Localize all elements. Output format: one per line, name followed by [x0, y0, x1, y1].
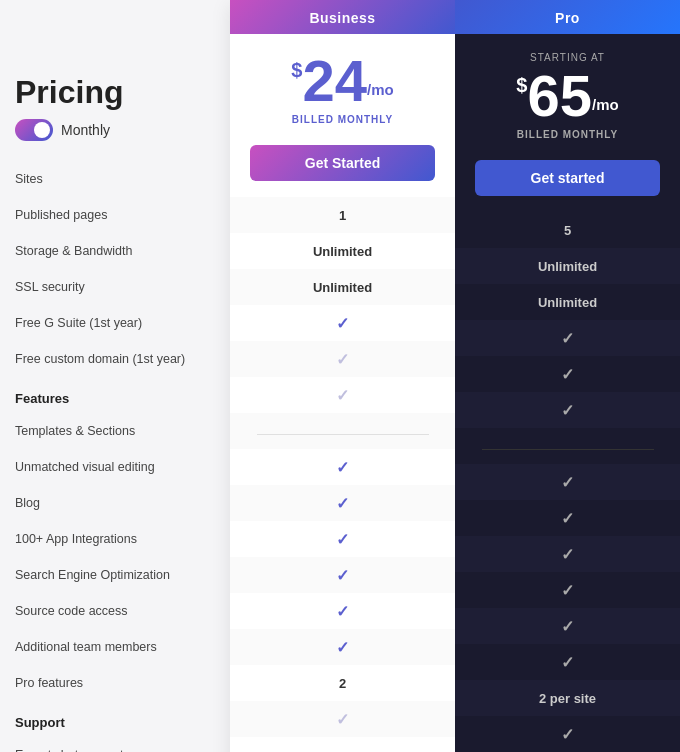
pro-cta-button[interactable]: Get started	[475, 160, 660, 196]
row-label-11: Search Engine Optimization	[0, 557, 230, 593]
business-row-9: ✓	[230, 521, 455, 557]
pro-row-11: ✓	[455, 608, 680, 644]
pro-price-per: /mo	[592, 97, 619, 112]
row-label-12: Source code access	[0, 593, 230, 629]
pro-row-4: ✓	[455, 356, 680, 392]
pro-row-13: 2 per site	[455, 680, 680, 716]
pro-row-7: ✓	[455, 464, 680, 500]
pro-billed: BILLED MONTHLY	[465, 129, 670, 140]
pro-row-9: ✓	[455, 536, 680, 572]
page-title: Pricing	[0, 46, 230, 111]
business-row-10: ✓	[230, 557, 455, 593]
business-row-12: ✓	[230, 629, 455, 665]
business-row-5: ✓	[230, 377, 455, 413]
row-label-7: Templates & Sections	[0, 413, 230, 449]
row-label-13: Additional team members	[0, 629, 230, 665]
pro-price-dollar: $	[516, 75, 527, 95]
row-label-14: Pro features	[0, 665, 230, 701]
business-row-6	[230, 413, 455, 449]
business-row-2: Unlimited	[230, 269, 455, 305]
row-label-3: SSL security	[0, 269, 230, 305]
toggle-label: Monthly	[61, 122, 110, 138]
row-label-0: Sites	[0, 161, 230, 197]
business-price-amount: 24	[302, 52, 367, 110]
business-billed: BILLED MONTHLY	[240, 114, 445, 125]
pro-row-1: Unlimited	[455, 248, 680, 284]
pro-row-8: ✓	[455, 500, 680, 536]
business-price-dollar: $	[291, 60, 302, 80]
business-row-0: 1	[230, 197, 455, 233]
business-row-8: ✓	[230, 485, 455, 521]
row-label-2: Storage & Bandwidth	[0, 233, 230, 269]
business-cta-button[interactable]: Get Started	[250, 145, 435, 181]
pro-starting-at: STARTING AT	[465, 52, 670, 63]
pro-price-amount: 65	[527, 67, 592, 125]
business-row-15	[230, 737, 455, 752]
pro-row-10: ✓	[455, 572, 680, 608]
pro-row-14: ✓	[455, 716, 680, 752]
pro-row-0: 5	[455, 212, 680, 248]
monthly-toggle[interactable]	[15, 119, 53, 141]
business-row-13: 2	[230, 665, 455, 701]
business-row-11: ✓	[230, 593, 455, 629]
pro-row-6	[455, 428, 680, 464]
pro-row-3: ✓	[455, 320, 680, 356]
row-label-16: Expert chat support	[0, 737, 230, 752]
row-label-4: Free G Suite (1st year)	[0, 305, 230, 341]
pro-header: Pro	[455, 0, 680, 34]
business-header: Business	[230, 0, 455, 34]
row-label-1: Published pages	[0, 197, 230, 233]
pro-row-5: ✓	[455, 392, 680, 428]
row-label-6: Features	[0, 377, 230, 413]
business-row-4: ✓	[230, 341, 455, 377]
row-label-15: Support	[0, 701, 230, 737]
pro-row-12: ✓	[455, 644, 680, 680]
business-price-per: /mo	[367, 82, 394, 97]
business-row-7: ✓	[230, 449, 455, 485]
business-row-3: ✓	[230, 305, 455, 341]
row-label-9: Blog	[0, 485, 230, 521]
business-row-14: ✓	[230, 701, 455, 737]
business-row-1: Unlimited	[230, 233, 455, 269]
pro-row-2: Unlimited	[455, 284, 680, 320]
row-label-5: Free custom domain (1st year)	[0, 341, 230, 377]
row-label-8: Unmatched visual editing	[0, 449, 230, 485]
row-label-10: 100+ App Integrations	[0, 521, 230, 557]
